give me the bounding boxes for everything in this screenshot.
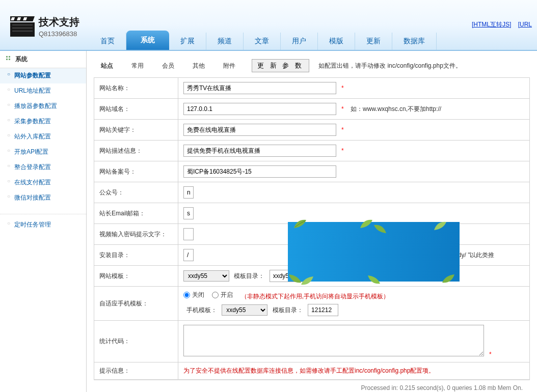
site-name-label: 网站名称： [94, 78, 178, 99]
description-label: 网站描述信息： [94, 141, 178, 161]
svg-rect-8 [6, 56, 8, 58]
nav-item-4[interactable]: 文章 [244, 33, 281, 50]
radio-on-label: 开启 [221, 291, 233, 299]
sidebar-item-2[interactable]: 播放器参数配置 [0, 99, 86, 114]
sidebar: 系统 网站参数配置URL地址配置播放器参数配置采集参数配置站外入库配置开放API… [0, 51, 87, 392]
sidebar-item-9[interactable]: 定时任务管理 [0, 214, 86, 233]
public-account-input[interactable] [183, 186, 194, 199]
footer-status: Processed in: 0.215 second(s), 0 queries… [94, 380, 530, 392]
icp-input[interactable] [183, 165, 336, 178]
sub-tab-0[interactable]: 站点 [94, 60, 120, 72]
tree-icon [6, 55, 12, 63]
top-links: [HTML互转JS] [URL [467, 20, 532, 29]
nav-item-1[interactable]: 系统 [126, 31, 169, 50]
mobile-radio-hint: （非静态模式下起作用,手机访问将自动显示手机模板） [241, 293, 389, 300]
nav-item-6[interactable]: 模版 [318, 33, 355, 50]
domain-hint: 如：www.wxqhsc.cn,不要加http:// [349, 105, 441, 113]
main-nav: 首页系统扩展频道文章用户模版更新数据库 [89, 31, 437, 50]
site-domain-input[interactable] [183, 103, 336, 115]
sidebar-header: 系统 [0, 51, 86, 68]
mobile-tpl-select[interactable]: xxdy55 [222, 304, 267, 316]
logo-area: 技术支持 Q813396838 [10, 15, 79, 38]
keywords-label: 网站关键字： [94, 120, 178, 141]
sidebar-item-1[interactable]: URL地址配置 [0, 83, 86, 99]
nav-item-8[interactable]: 数据库 [392, 33, 437, 50]
install-dir-label: 安装目录： [94, 245, 178, 266]
decorative-overlay [288, 222, 460, 282]
tpl-dir-label: 模板目录： [234, 272, 264, 279]
video-pwd-input[interactable] [183, 228, 194, 240]
sidebar-item-5[interactable]: 开放API配置 [0, 145, 86, 160]
req-mark: * [341, 147, 344, 154]
sidebar-item-4[interactable]: 站外入库配置 [0, 129, 86, 145]
content: 站点常用会员其他附件更 新 参 数如配置出错，请手动修改 inc/config/… [87, 51, 537, 392]
html-js-link[interactable]: [HTML互转JS] [472, 21, 511, 28]
svg-rect-5 [12, 24, 33, 25]
template-select[interactable]: xxdy55 [183, 270, 229, 282]
sidebar-item-0[interactable]: 网站参数配置 [0, 68, 86, 83]
sub-tab-4[interactable]: 附件 [216, 60, 243, 72]
mobile-tpl-sel-label: 手机模板： [186, 306, 217, 314]
subtabs-note: 如配置出错，请手动修改 inc/config/config.php文件。 [318, 62, 462, 70]
sidebar-item-8[interactable]: 微信对接配置 [0, 190, 86, 206]
req-mark: * [341, 85, 344, 92]
sidebar-item-3[interactable]: 采集参数配置 [0, 114, 86, 129]
svg-rect-10 [6, 59, 8, 60]
mobile-dir-label: 模板目录： [273, 306, 303, 314]
notice-text: 为了安全不提供在线配置数据库连接信息，如需修改请手工配置inc/config/c… [178, 362, 530, 380]
keywords-input[interactable] [183, 124, 336, 136]
sidebar-list: 网站参数配置URL地址配置播放器参数配置采集参数配置站外入库配置开放API配置整… [0, 68, 86, 233]
site-name-input[interactable] [183, 82, 336, 94]
logo-title: 技术支持 [39, 15, 79, 29]
req-mark: * [341, 126, 344, 133]
description-input[interactable] [183, 145, 336, 157]
admin-email-input[interactable] [183, 207, 194, 219]
nav-item-7[interactable]: 更新 [355, 33, 392, 50]
mobile-off-radio[interactable] [183, 292, 190, 298]
public-account-label: 公众号： [94, 182, 178, 203]
sidebar-title: 系统 [15, 55, 28, 64]
url-link[interactable]: [URL [518, 21, 532, 28]
nav-item-5[interactable]: 用户 [281, 33, 318, 50]
header: 技术支持 Q813396838 [HTML互转JS] [URL 首页系统扩展频道… [0, 0, 537, 51]
mobile-tpl-label: 自适应手机模板： [94, 287, 178, 321]
clapperboard-icon [10, 16, 35, 37]
admin-email-label: 站长Email邮箱： [94, 203, 178, 224]
radio-off-label: 关闭 [192, 291, 204, 299]
req-mark: * [341, 105, 344, 113]
svg-rect-7 [12, 31, 33, 32]
nav-item-0[interactable]: 首页 [89, 33, 126, 50]
mobile-dir-input[interactable] [308, 304, 338, 316]
svg-rect-9 [9, 56, 10, 58]
logo-subtitle: Q813396838 [39, 30, 79, 38]
svg-rect-6 [12, 27, 33, 29]
sub-tab-3[interactable]: 其他 [185, 60, 212, 72]
icp-label: 网站备案号： [94, 161, 178, 182]
sub-tab-2[interactable]: 会员 [155, 60, 181, 72]
mobile-on-radio[interactable] [212, 292, 219, 298]
nav-item-3[interactable]: 频道 [206, 33, 244, 50]
sidebar-item-7[interactable]: 在线支付配置 [0, 175, 86, 190]
sidebar-item-6[interactable]: 整合登录配置 [0, 160, 86, 175]
sub-tab-1[interactable]: 常用 [124, 60, 151, 72]
svg-rect-11 [9, 59, 10, 60]
install-dir-input[interactable] [183, 249, 194, 261]
template-label: 网站模板： [94, 266, 178, 287]
video-pwd-label: 视频输入密码提示文字： [94, 224, 178, 245]
sub-tabs: 站点常用会员其他附件更 新 参 数如配置出错，请手动修改 inc/config/… [94, 56, 530, 77]
stats-code-label: 统计代码： [94, 321, 178, 362]
notice-label: 提示信息： [94, 362, 178, 380]
update-params-button[interactable]: 更 新 参 数 [252, 59, 309, 72]
stats-code-textarea[interactable] [183, 325, 484, 356]
site-domain-label: 网站域名： [94, 99, 178, 120]
req-mark: * [489, 351, 492, 358]
nav-item-2[interactable]: 扩展 [169, 33, 206, 50]
